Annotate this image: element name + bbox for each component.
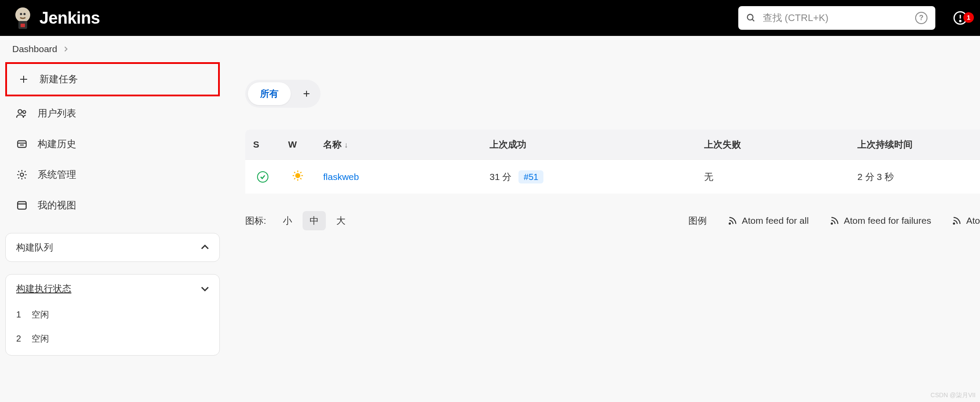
svg-point-3 [24, 13, 26, 15]
tab-all[interactable]: 所有 [248, 82, 291, 105]
alerts-button[interactable]: 1 [953, 11, 968, 25]
sidebar-item-label: 用户列表 [38, 107, 76, 120]
window-icon [16, 199, 28, 212]
add-view-button[interactable] [295, 82, 318, 105]
sidebar-item-label: 我的视图 [38, 199, 76, 212]
last-duration-cell: 2 分 3 秒 [850, 160, 980, 194]
chevron-up-icon [201, 243, 209, 251]
size-large-button[interactable]: 大 [329, 211, 353, 230]
size-medium-button[interactable]: 中 [303, 211, 326, 230]
brand-text: Jenkins [39, 9, 100, 28]
sidebar-item-history[interactable]: 构建历史 [5, 129, 220, 159]
main-content: 所有 S W 名称↓ 上次成功 上次失败 上次持续时间 [228, 62, 980, 369]
users-icon [16, 107, 28, 120]
sidebar-item-label: 新建任务 [39, 73, 78, 86]
executor-row: 2 空闲 [6, 327, 219, 351]
sidebar-item-myviews[interactable]: 我的视图 [5, 190, 220, 221]
plus-icon [18, 73, 30, 85]
svg-point-2 [20, 13, 22, 15]
svg-point-5 [747, 14, 753, 20]
executors-widget: 构建执行状态 1 空闲 2 空闲 [5, 274, 220, 356]
sort-indicator: ↓ [344, 141, 348, 149]
sidebar-item-new-job[interactable]: 新建任务 [5, 62, 220, 96]
svg-rect-14 [18, 141, 26, 147]
gear-icon [16, 169, 28, 181]
col-header-name[interactable]: 名称↓ [315, 130, 482, 160]
search-box[interactable]: ? [738, 6, 935, 30]
legend-link[interactable]: 图例 [688, 215, 707, 227]
status-cell [245, 160, 280, 194]
table-footer: 图标: 小 中 大 图例 Atom feed for all Atom feed… [245, 211, 980, 248]
sidebar-item-label: 系统管理 [38, 168, 76, 181]
last-success-cell: 31 分 #51 [482, 160, 696, 194]
widget-title: 构建执行状态 [16, 282, 71, 295]
svg-line-6 [752, 19, 754, 21]
svg-point-31 [729, 223, 730, 224]
svg-point-0 [15, 7, 30, 22]
view-tabs: 所有 [245, 80, 321, 108]
last-success-time: 31 分 [490, 172, 511, 182]
sidebar-item-label: 构建历史 [38, 138, 76, 151]
feed-latest-link[interactable]: Ato [952, 215, 980, 226]
sunny-weather-icon [292, 173, 304, 183]
size-small-button[interactable]: 小 [276, 211, 299, 230]
col-header-last-success[interactable]: 上次成功 [482, 130, 696, 160]
rss-icon [830, 216, 839, 226]
svg-point-22 [296, 173, 300, 177]
svg-point-12 [18, 109, 22, 113]
sidebar-item-manage[interactable]: 系统管理 [5, 159, 220, 190]
executors-toggle[interactable]: 构建执行状态 [6, 275, 219, 303]
build-queue-widget: 构建队列 [5, 233, 220, 262]
svg-line-29 [294, 178, 295, 179]
feed-all-link[interactable]: Atom feed for all [728, 215, 809, 226]
svg-point-32 [831, 223, 832, 224]
feed-failures-link[interactable]: Atom feed for failures [830, 215, 931, 226]
chevron-down-icon [201, 285, 209, 293]
svg-rect-18 [18, 201, 26, 209]
chevron-right-icon [63, 46, 69, 52]
sidebar: 新建任务 用户列表 构建历史 系统管理 我的视图 [0, 62, 228, 369]
table-row: flaskweb 31 分 #51 无 2 分 3 秒 [245, 160, 980, 194]
job-name-cell: flaskweb [315, 160, 482, 194]
svg-point-33 [954, 223, 955, 224]
job-link[interactable]: flaskweb [323, 172, 359, 182]
executor-state: 空闲 [32, 310, 49, 319]
widget-title: 构建队列 [16, 241, 53, 254]
sidebar-item-users[interactable]: 用户列表 [5, 98, 220, 129]
svg-line-27 [294, 172, 295, 173]
job-table: S W 名称↓ 上次成功 上次失败 上次持续时间 [245, 130, 980, 194]
header: Jenkins ? 1 [0, 0, 980, 36]
breadcrumb-item[interactable]: Dashboard [12, 44, 57, 54]
success-status-icon [257, 171, 268, 183]
logo[interactable]: Jenkins [12, 5, 100, 31]
weather-cell [280, 160, 315, 194]
rss-icon [952, 216, 962, 226]
build-queue-toggle[interactable]: 构建队列 [6, 233, 219, 261]
jenkins-logo-icon [12, 5, 33, 31]
svg-rect-4 [21, 24, 25, 27]
svg-point-13 [23, 111, 25, 114]
build-link[interactable]: #51 [518, 170, 543, 183]
alert-count-badge: 1 [963, 12, 974, 23]
search-icon [746, 13, 756, 23]
executor-state: 空闲 [32, 334, 49, 343]
col-header-last-failure[interactable]: 上次失败 [696, 130, 850, 160]
search-input[interactable] [763, 12, 908, 24]
icon-size-label: 图标: [245, 215, 266, 227]
rss-icon [728, 216, 737, 226]
svg-line-30 [300, 172, 301, 173]
executor-row: 1 空闲 [6, 303, 219, 327]
col-header-weather[interactable]: W [280, 130, 315, 160]
help-icon[interactable]: ? [915, 12, 927, 24]
executor-index: 1 [16, 310, 21, 319]
col-header-last-duration[interactable]: 上次持续时间 [850, 130, 980, 160]
svg-point-9 [960, 21, 961, 22]
history-icon [16, 138, 28, 150]
breadcrumb: Dashboard [0, 36, 980, 62]
last-failure-cell: 无 [696, 160, 850, 194]
svg-point-17 [20, 173, 24, 176]
col-header-status[interactable]: S [245, 130, 280, 160]
plus-icon [302, 89, 311, 98]
executor-index: 2 [16, 334, 21, 343]
svg-line-28 [300, 178, 301, 179]
